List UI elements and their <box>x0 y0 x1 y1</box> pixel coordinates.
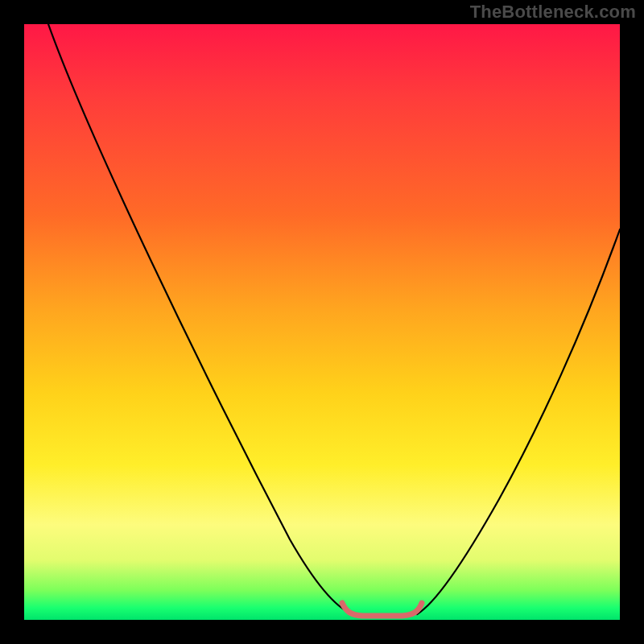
curve-layer <box>24 24 620 620</box>
plot-area <box>24 24 620 620</box>
left-curve <box>48 24 353 614</box>
right-curve <box>417 229 620 614</box>
chart-stage: TheBottleneck.com <box>0 0 644 644</box>
watermark-text: TheBottleneck.com <box>470 2 636 23</box>
valley-pink-curve <box>342 603 422 616</box>
